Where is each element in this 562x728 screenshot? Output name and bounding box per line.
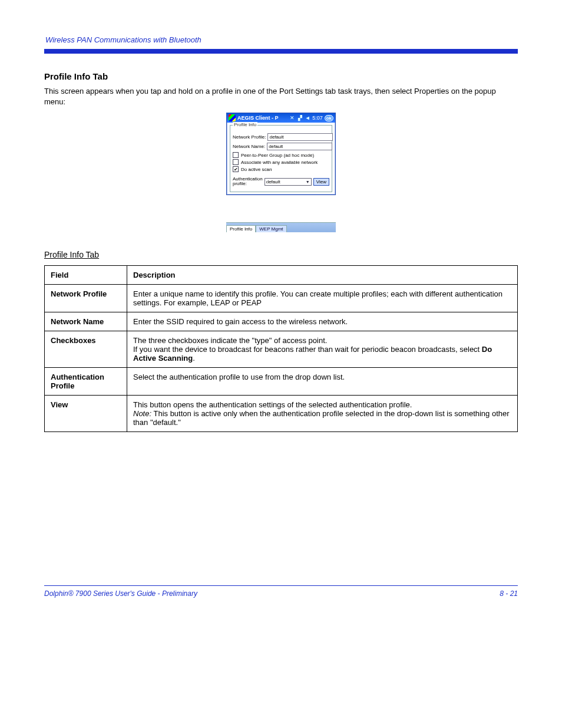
section-title: Profile Info Tab	[44, 71, 518, 81]
windows-flag-icon	[229, 114, 236, 121]
tab-strip: Profile Info WEP Mgmt	[226, 222, 336, 232]
network-profile-label: Network Profile:	[233, 134, 266, 140]
section-intro: This screen appears when you tap and hol…	[44, 86, 518, 107]
network-name-input[interactable]	[267, 143, 332, 150]
group-legend: Profile Info	[233, 122, 257, 127]
speaker-icon: ◄	[305, 115, 310, 121]
profile-info-group: Profile Info Network Profile: Network Na…	[230, 125, 332, 192]
table-row: Network Name Enter the SSID required to …	[45, 312, 518, 331]
network-profile-input[interactable]	[267, 133, 333, 141]
table-row: View This button opens the authenticatio…	[45, 396, 518, 432]
active-scan-checkbox[interactable]: ✔	[233, 166, 239, 172]
footer: Dolphin® 7900 Series User's Guide - Prel…	[44, 589, 518, 598]
antenna-icon: ✕	[289, 115, 295, 121]
col-description: Description	[127, 266, 518, 285]
dialog-window: AEGIS Client - P ✕ ▞ ◄ 5:07 ok Profile I…	[226, 113, 336, 195]
associate-checkbox[interactable]	[233, 159, 239, 165]
footer-left: Dolphin® 7900 Series User's Guide - Prel…	[44, 589, 197, 598]
auth-profile-label: Authentication profile:	[233, 177, 263, 186]
col-field: Field	[45, 266, 127, 285]
p2p-checkbox-label: Peer-to-Peer Group (ad hoc mode)	[241, 153, 314, 158]
titlebar: AEGIS Client - P ✕ ▞ ◄ 5:07 ok	[227, 113, 335, 123]
active-scan-checkbox-label: Do active scan	[241, 167, 272, 172]
ok-button[interactable]: ok	[325, 115, 333, 121]
footer-rule	[44, 585, 518, 586]
signal-icon: ▞	[297, 115, 303, 121]
table-heading: Profile Info Tab	[44, 250, 518, 259]
tab-wep-mgmt[interactable]: WEP Mgmt	[256, 225, 286, 232]
header-rule	[44, 49, 518, 54]
window-title: AEGIS Client - P	[237, 115, 287, 121]
field-description-table: Field Description Network Profile Enter …	[44, 265, 518, 432]
clock-text: 5:07	[312, 115, 323, 121]
table-row: Checkboxes The three checkboxes indicate…	[45, 331, 518, 368]
associate-checkbox-label: Associate with any available network	[241, 160, 318, 165]
table-row: Network Profile Enter a unique name to i…	[45, 285, 518, 312]
chevron-down-icon: ▼	[306, 180, 310, 184]
table-row: Authentication Profile Select the authen…	[45, 368, 518, 396]
auth-profile-select[interactable]: default ▼	[265, 178, 312, 186]
footer-right: 8 - 21	[500, 589, 518, 598]
p2p-checkbox[interactable]	[233, 152, 239, 158]
tab-profile-info[interactable]: Profile Info	[226, 225, 256, 232]
view-button[interactable]: View	[313, 178, 329, 186]
header-breadcrumb: Wireless PAN Communications with Bluetoo…	[44, 35, 518, 44]
network-name-label: Network Name:	[233, 144, 265, 149]
